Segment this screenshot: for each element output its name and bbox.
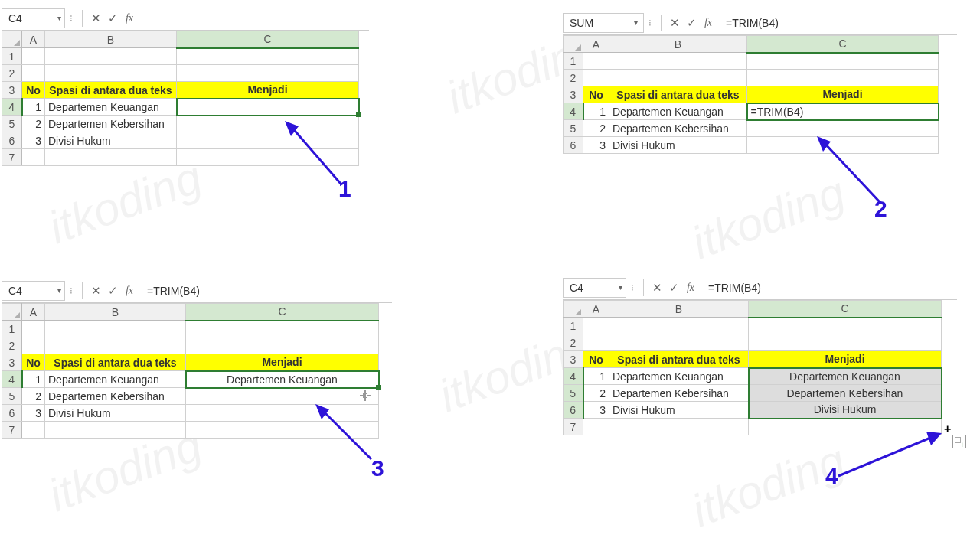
step-number: 4 [825, 463, 838, 489]
col-head-A[interactable]: A [583, 301, 609, 318]
row-head-3[interactable]: 3 [2, 82, 22, 99]
formula-bar: C4▾ ⁝ ✕ ✓ fx =TRIM(B4) [563, 276, 957, 300]
annotation-arrow-4 [835, 429, 949, 482]
formula-input[interactable]: =TRIM(B4) [138, 285, 392, 297]
cancel-formula-button[interactable]: ✕ [87, 10, 104, 27]
col-head-A[interactable]: A [22, 31, 45, 48]
col-head-A[interactable]: A [22, 304, 45, 321]
row-head-5[interactable]: 5 [2, 116, 22, 132]
active-cell[interactable] [177, 99, 359, 116]
select-all-corner[interactable] [2, 304, 22, 321]
excel-panel-2: SUM▾ ⁝ ✕ ✓ fx =TRIM(B4) ABC 1 2 3NoSpasi… [563, 11, 957, 154]
col-head-C[interactable]: C [177, 31, 359, 48]
col-head-B[interactable]: B [609, 36, 747, 53]
formula-input[interactable]: =TRIM(B4) [717, 17, 957, 29]
formula-input[interactable]: =TRIM(B4) [699, 282, 957, 294]
step-number: 3 [371, 455, 384, 481]
insert-function-button[interactable]: fx [700, 15, 717, 31]
active-cell[interactable]: =TRIM(B4) [747, 103, 939, 120]
select-all-corner[interactable] [564, 36, 583, 53]
svg-marker-5 [315, 404, 329, 419]
col-head-B[interactable]: B [45, 304, 186, 321]
excel-panel-4: C4▾ ⁝ ✕ ✓ fx =TRIM(B4) ABC 1 2 3NoSpasi … [563, 276, 957, 435]
col-head-B[interactable]: B [609, 301, 749, 318]
row-head-2[interactable]: 2 [2, 65, 22, 82]
name-box[interactable]: C4▾ [2, 8, 65, 28]
insert-function-button[interactable]: fx [682, 279, 699, 296]
dots-icon: ⁝ [70, 13, 73, 24]
step-number: 2 [874, 196, 887, 222]
svg-line-2 [823, 142, 880, 203]
watermark: itkoding [41, 151, 208, 255]
col-head-C[interactable]: C [747, 36, 939, 53]
formula-bar: C4▾ ⁝ ✕ ✓ fx [2, 6, 369, 31]
col-head-B[interactable]: B [45, 31, 177, 48]
row-head-4[interactable]: 4 [2, 99, 22, 116]
spreadsheet-grid[interactable]: ABC 1 2 3NoSpasi di antara dua teksMenja… [563, 300, 942, 435]
formula-bar: C4▾ ⁝ ✕ ✓ fx =TRIM(B4) [2, 279, 392, 303]
svg-line-6 [838, 436, 934, 476]
select-all-corner[interactable] [2, 31, 22, 48]
autofill-options-icon[interactable] [952, 435, 966, 448]
cancel-formula-button[interactable]: ✕ [648, 279, 665, 296]
col-head-C[interactable]: C [749, 301, 942, 318]
insert-function-button[interactable]: fx [121, 10, 138, 27]
step-number: 1 [338, 176, 351, 202]
name-box[interactable]: C4▾ [563, 278, 626, 298]
row-head-1[interactable]: 1 [2, 48, 22, 65]
svg-marker-3 [817, 136, 831, 152]
svg-line-4 [322, 409, 371, 459]
dropdown-icon[interactable]: ▾ [57, 286, 61, 295]
name-box[interactable]: SUM▾ [563, 13, 644, 33]
dots-icon: ⁝ [648, 18, 652, 28]
formula-bar: SUM▾ ⁝ ✕ ✓ fx =TRIM(B4) [563, 11, 957, 35]
active-cell[interactable]: Departemen Keuangan [749, 368, 942, 385]
dropdown-icon[interactable]: ▾ [57, 14, 61, 22]
row-head-7[interactable]: 7 [2, 149, 22, 166]
col-head-C[interactable]: C [186, 304, 379, 321]
dropdown-icon[interactable]: ▾ [634, 18, 638, 27]
select-all-corner[interactable] [564, 301, 583, 318]
name-box[interactable]: C4▾ [2, 281, 65, 301]
col-head-A[interactable]: A [583, 36, 609, 53]
active-cell[interactable]: Departemen Keuangan [186, 371, 379, 388]
confirm-formula-button[interactable]: ✓ [665, 279, 682, 296]
dropdown-icon[interactable]: ▾ [619, 283, 622, 292]
confirm-formula-button[interactable]: ✓ [104, 282, 121, 299]
confirm-formula-button[interactable]: ✓ [683, 15, 700, 31]
dots-icon: ⁝ [70, 285, 73, 296]
cancel-formula-button[interactable]: ✕ [666, 15, 683, 31]
svg-marker-7 [926, 432, 942, 445]
svg-line-0 [291, 126, 341, 184]
row-head-6[interactable]: 6 [2, 132, 22, 149]
dots-icon: ⁝ [631, 282, 634, 293]
confirm-formula-button[interactable]: ✓ [104, 10, 121, 27]
cancel-formula-button[interactable]: ✕ [87, 282, 104, 299]
insert-function-button[interactable]: fx [121, 282, 138, 299]
